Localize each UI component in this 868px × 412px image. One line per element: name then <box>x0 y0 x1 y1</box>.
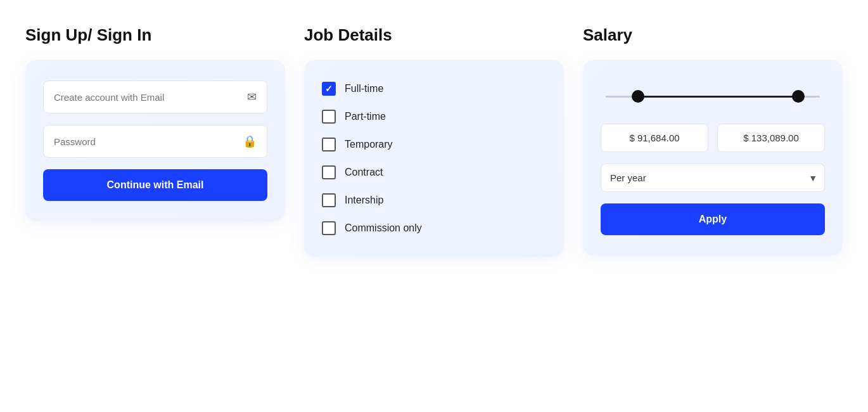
signup-card: ✉ 🔒 Continue with Email <box>25 60 285 221</box>
slider-track-wrapper <box>606 87 820 106</box>
job-details-card: Full-timePart-timeTemporaryContractInter… <box>304 60 564 257</box>
checkbox-item[interactable]: Temporary <box>322 136 546 153</box>
checkbox-label: Intership <box>345 195 383 206</box>
salary-period-wrapper: Per yearPer monthPer hour ▼ <box>601 164 825 192</box>
checkbox-item[interactable]: Commission only <box>322 220 546 236</box>
salary-period-select[interactable]: Per yearPer monthPer hour <box>601 164 825 192</box>
salary-section: Salary $ 91,684.00 $ 133,089.00 Per year… <box>583 25 843 255</box>
checkbox-box[interactable] <box>322 110 336 124</box>
checkbox-label: Contract <box>345 167 383 178</box>
salary-inputs: $ 91,684.00 $ 133,089.00 <box>601 124 825 152</box>
salary-card: $ 91,684.00 $ 133,089.00 Per yearPer mon… <box>583 60 843 255</box>
lock-icon: 🔒 <box>243 134 257 148</box>
salary-max-input[interactable]: $ 133,089.00 <box>717 124 825 152</box>
checkbox-box[interactable] <box>322 221 336 235</box>
checkbox-label: Full-time <box>345 83 383 94</box>
checkbox-item[interactable]: Contract <box>322 164 546 181</box>
email-icon: ✉ <box>247 90 257 104</box>
slider-thumb-left[interactable] <box>632 90 644 103</box>
checkbox-label: Commission only <box>345 222 422 234</box>
signup-section: Sign Up/ Sign In ✉ 🔒 Continue with Email <box>25 25 285 221</box>
job-details-title: Job Details <box>304 25 564 45</box>
slider-fill <box>638 96 799 98</box>
slider-track <box>606 96 820 98</box>
continue-email-button[interactable]: Continue with Email <box>43 169 267 201</box>
checkbox-item[interactable]: Part-time <box>322 108 546 125</box>
checkbox-box[interactable] <box>322 82 336 96</box>
email-input[interactable] <box>54 92 242 103</box>
main-content: Sign Up/ Sign In ✉ 🔒 Continue with Email… <box>25 25 843 257</box>
email-field-wrapper[interactable]: ✉ <box>43 80 267 113</box>
checkbox-box[interactable] <box>322 193 336 207</box>
job-details-section: Job Details Full-timePart-timeTemporaryC… <box>304 25 564 257</box>
salary-min-input[interactable]: $ 91,684.00 <box>601 124 708 152</box>
salary-slider-container: $ 91,684.00 $ 133,089.00 Per yearPer mon… <box>601 80 825 235</box>
signup-title: Sign Up/ Sign In <box>25 25 285 45</box>
password-field-wrapper[interactable]: 🔒 <box>43 125 267 158</box>
checkbox-item[interactable]: Full-time <box>322 80 546 97</box>
checkbox-label: Temporary <box>345 139 393 150</box>
apply-button[interactable]: Apply <box>601 203 825 235</box>
checkbox-box[interactable] <box>322 165 336 179</box>
password-input[interactable] <box>54 136 238 147</box>
checkbox-item[interactable]: Intership <box>322 192 546 209</box>
checkbox-label: Part-time <box>345 111 386 122</box>
salary-title: Salary <box>583 25 843 45</box>
slider-thumb-right[interactable] <box>792 90 805 103</box>
checkbox-box[interactable] <box>322 138 336 151</box>
